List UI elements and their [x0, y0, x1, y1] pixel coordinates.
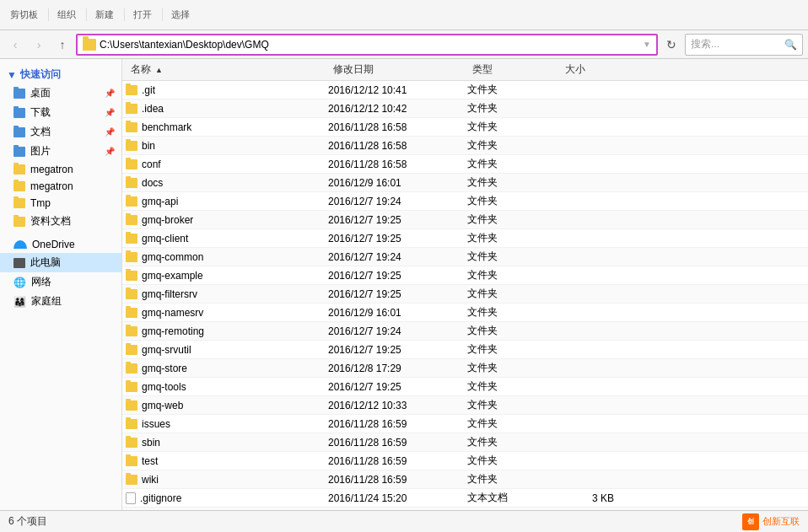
- downloads-label: 下载: [30, 105, 51, 120]
- file-type: 文件夹: [467, 212, 560, 227]
- file-name: conf: [142, 159, 161, 170]
- toolbar-group-select: 选择: [168, 8, 200, 21]
- table-row[interactable]: gmq-filtersrv 2016/12/7 19:25 文件夹: [122, 285, 808, 304]
- search-placeholder: 搜索...: [691, 37, 719, 51]
- sidebar-item-onedrive[interactable]: OneDrive: [0, 236, 121, 253]
- table-row[interactable]: gmq-tools 2016/12/7 19:25 文件夹: [122, 378, 808, 396]
- pictures-folder-icon: [13, 147, 25, 157]
- sidebar-item-megatron1[interactable]: megatron: [0, 161, 121, 178]
- file-type: 文件夹: [467, 83, 560, 97]
- table-row[interactable]: .idea 2016/12/12 10:42 文件夹: [122, 99, 808, 118]
- sidebar-item-docs[interactable]: 资料文档: [0, 212, 121, 231]
- table-row[interactable]: gmq-example 2016/12/7 19:25 文件夹: [122, 266, 808, 285]
- megatron1-label: megatron: [30, 164, 73, 175]
- col-header-date[interactable]: 修改日期: [328, 61, 467, 78]
- file-type: 文件夹: [467, 361, 560, 375]
- folder-icon: [126, 234, 137, 244]
- back-button[interactable]: ‹: [5, 35, 25, 55]
- address-folder-icon: [83, 39, 96, 51]
- desktop-label: 桌面: [30, 86, 51, 100]
- file-type: 文件夹: [467, 287, 560, 301]
- table-row[interactable]: gmq-namesrv 2016/12/9 16:01 文件夹: [122, 304, 808, 322]
- address-dropdown-icon[interactable]: ▼: [643, 40, 651, 49]
- folder-icon: [126, 419, 137, 429]
- file-date: 2016/12/7 19:25: [328, 214, 467, 226]
- file-date: 2016/11/28 16:58: [328, 159, 467, 170]
- file-name-cell: gmq-client: [126, 233, 328, 245]
- file-name: gmq-store: [142, 363, 187, 374]
- folder-icon: [126, 382, 137, 392]
- new-label: 新建: [92, 8, 117, 21]
- file-date: 2016/12/7 19:25: [328, 344, 467, 356]
- file-type: 文件夹: [467, 138, 560, 153]
- table-row[interactable]: issues 2016/11/28 16:59 文件夹: [122, 415, 808, 433]
- sidebar-item-downloads[interactable]: 下载 📌: [0, 103, 121, 122]
- file-name: .git: [142, 84, 155, 96]
- sidebar-item-desktop[interactable]: 桌面 📌: [0, 83, 121, 103]
- sidebar-item-thispc[interactable]: 此电脑: [0, 253, 121, 272]
- forward-button[interactable]: ›: [29, 35, 49, 55]
- file-type: 文件夹: [467, 157, 560, 171]
- folder-icon: [126, 196, 137, 207]
- file-date: 2016/12/7 19:24: [328, 325, 467, 337]
- file-type: 文件夹: [467, 342, 560, 357]
- network-label: 网络: [31, 275, 51, 289]
- folder-icon: [126, 345, 137, 355]
- table-row[interactable]: .travis.yml 2016/11/24 15:20 YML 文件 1 KB: [122, 508, 808, 510]
- file-type: 文件夹: [467, 101, 560, 116]
- table-row[interactable]: docs 2016/12/9 16:01 文件夹: [122, 174, 808, 192]
- table-row[interactable]: .git 2016/12/12 10:41 文件夹: [122, 81, 808, 99]
- quick-access-chevron: ▼: [7, 69, 17, 81]
- sidebar-item-tmp[interactable]: Tmp: [0, 195, 121, 212]
- table-row[interactable]: gmq-remoting 2016/12/7 19:24 文件夹: [122, 322, 808, 341]
- table-row[interactable]: gmq-api 2016/12/7 19:24 文件夹: [122, 192, 808, 211]
- table-row[interactable]: benchmark 2016/11/28 16:58 文件夹: [122, 118, 808, 137]
- file-date: 2016/12/7 19:25: [328, 270, 467, 282]
- sidebar-item-megatron2[interactable]: megatron: [0, 178, 121, 195]
- table-row[interactable]: bin 2016/11/28 16:58 文件夹: [122, 137, 808, 155]
- file-type: 文件夹: [467, 175, 560, 190]
- sidebar-item-pictures[interactable]: 图片 📌: [0, 142, 121, 161]
- table-row[interactable]: test 2016/11/28 16:59 文件夹: [122, 452, 808, 470]
- onedrive-label: OneDrive: [32, 239, 75, 250]
- file-date: 2016/12/7 19:24: [328, 196, 467, 207]
- folder-icon: [126, 326, 137, 336]
- folder-icon: [126, 159, 137, 169]
- table-row[interactable]: gmq-broker 2016/12/7 19:25 文件夹: [122, 211, 808, 229]
- table-row[interactable]: gmq-common 2016/12/7 19:24 文件夹: [122, 248, 808, 266]
- file-name-cell: sbin: [126, 437, 328, 449]
- quick-access-header[interactable]: ▼ 快速访问: [0, 62, 121, 83]
- file-name: gmq-example: [142, 270, 203, 282]
- up-button[interactable]: ↑: [52, 35, 73, 55]
- sidebar-item-homegroup[interactable]: 👨‍👩‍👧 家庭组: [0, 292, 121, 311]
- file-name-cell: gmq-api: [126, 196, 328, 207]
- thispc-icon: [13, 258, 25, 268]
- refresh-button[interactable]: ↻: [661, 35, 681, 55]
- file-date: 2016/11/28 16:58: [328, 140, 467, 152]
- table-row[interactable]: gmq-store 2016/12/8 17:29 文件夹: [122, 359, 808, 378]
- megatron2-folder-icon: [13, 181, 25, 191]
- toolbar-group-clipboard: 剪切板: [7, 8, 49, 21]
- network-icon: 🌐: [13, 277, 26, 288]
- file-name: sbin: [142, 437, 160, 449]
- toolbar: 剪切板 组织 新建 打开 选择: [0, 0, 808, 30]
- search-box[interactable]: 搜索... 🔍: [685, 34, 803, 56]
- table-row[interactable]: conf 2016/11/28 16:58 文件夹: [122, 155, 808, 174]
- table-row[interactable]: gmq-web 2016/12/12 10:33 文件夹: [122, 396, 808, 415]
- file-type: 文件夹: [467, 435, 560, 449]
- col-header-size[interactable]: 大小: [560, 61, 628, 78]
- table-row[interactable]: gmq-client 2016/12/7 19:25 文件夹: [122, 229, 808, 248]
- col-header-type[interactable]: 类型: [467, 61, 560, 78]
- tmp-label: Tmp: [30, 197, 51, 209]
- sidebar-item-documents[interactable]: 文档 📌: [0, 122, 121, 142]
- address-box[interactable]: C:\Users\tantexian\Desktop\dev\GMQ ▼: [76, 34, 658, 56]
- table-row[interactable]: .gitignore 2016/11/24 15:20 文本文档 3 KB: [122, 489, 808, 508]
- file-name: bin: [142, 140, 155, 152]
- file-name-cell: gmq-common: [126, 251, 328, 263]
- file-name-cell: wiki: [126, 474, 328, 486]
- sidebar-item-network[interactable]: 🌐 网络: [0, 272, 121, 292]
- col-header-name[interactable]: 名称 ▲: [126, 61, 328, 78]
- table-row[interactable]: wiki 2016/11/28 16:59 文件夹: [122, 470, 808, 489]
- table-row[interactable]: gmq-srvutil 2016/12/7 19:25 文件夹: [122, 341, 808, 359]
- table-row[interactable]: sbin 2016/11/28 16:59 文件夹: [122, 433, 808, 452]
